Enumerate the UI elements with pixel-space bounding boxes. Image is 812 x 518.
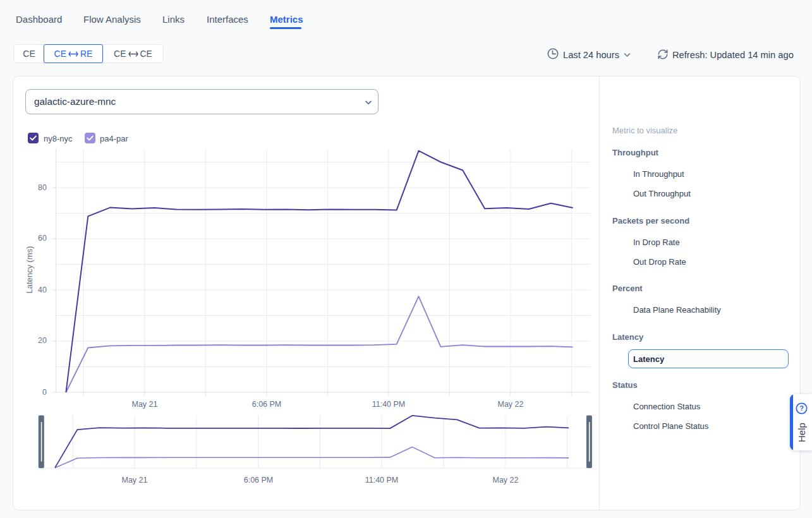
svg-text:?: ? — [799, 404, 804, 412]
